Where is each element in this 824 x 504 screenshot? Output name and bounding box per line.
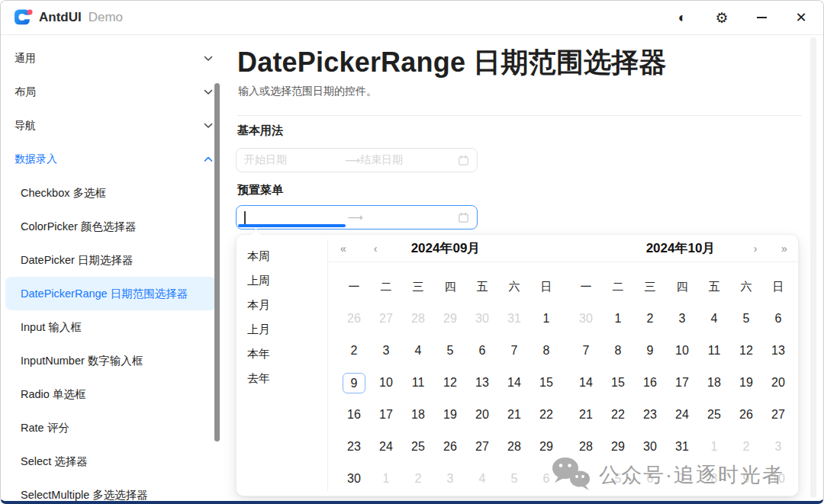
day-cell[interactable]: 7 xyxy=(570,335,602,367)
sidebar-item-6[interactable]: Radio 单选框 xyxy=(5,377,216,411)
day-cell[interactable]: 9 xyxy=(634,335,666,367)
day-cell[interactable]: 16 xyxy=(634,367,666,399)
day-cell[interactable]: 12 xyxy=(434,367,466,399)
theme-toggle-icon[interactable]: ◐ xyxy=(669,5,695,30)
preset-item-1[interactable]: 上周 xyxy=(237,268,327,293)
sidebar-group-1[interactable]: 布局 xyxy=(1,75,227,109)
day-cell[interactable]: 5 xyxy=(730,303,762,335)
day-cell[interactable]: 22 xyxy=(602,399,634,431)
day-cell[interactable]: 1 xyxy=(530,303,562,335)
day-cell[interactable]: 14 xyxy=(498,367,530,399)
day-cell[interactable]: 4 xyxy=(698,303,730,335)
sidebar-item-1[interactable]: ColorPicker 颜色选择器 xyxy=(5,210,216,243)
daterange-input-basic[interactable]: 开始日期 ⟶结束日期 xyxy=(236,148,478,172)
day-cell[interactable]: 4 xyxy=(466,463,498,495)
day-cell[interactable]: 26 xyxy=(338,303,370,335)
day-cell[interactable]: 2 xyxy=(402,463,434,495)
sidebar-item-7[interactable]: Rate 评分 xyxy=(5,411,216,445)
day-cell[interactable]: 10 xyxy=(666,335,698,367)
day-cell[interactable]: 17 xyxy=(370,399,402,431)
sidebar-item-5[interactable]: InputNumber 数字输入框 xyxy=(5,344,216,377)
day-cell[interactable]: 2 xyxy=(634,303,666,335)
day-cell[interactable]: 7 xyxy=(498,335,530,367)
day-cell[interactable]: 4 xyxy=(402,335,434,367)
preset-item-2[interactable]: 本月 xyxy=(237,293,327,317)
preset-item-3[interactable]: 上月 xyxy=(237,317,327,342)
day-cell[interactable]: 11 xyxy=(402,367,434,399)
day-cell[interactable]: 23 xyxy=(338,431,370,463)
day-cell[interactable]: 30 xyxy=(338,463,370,495)
prev-year-icon[interactable]: « xyxy=(335,235,352,262)
day-cell[interactable]: 13 xyxy=(762,335,794,367)
day-cell[interactable]: 3 xyxy=(370,335,402,367)
day-cell[interactable]: 12 xyxy=(730,335,762,367)
day-cell[interactable]: 11 xyxy=(698,335,730,367)
day-cell[interactable]: 15 xyxy=(602,367,634,399)
day-cell[interactable]: 8 xyxy=(602,335,634,367)
day-cell[interactable]: 31 xyxy=(498,303,530,335)
day-cell[interactable]: 30 xyxy=(466,303,498,335)
day-cell[interactable]: 5 xyxy=(498,463,530,495)
sidebar-item-4[interactable]: Input 输入框 xyxy=(5,310,216,344)
day-cell[interactable]: 1 xyxy=(602,303,634,335)
day-cell[interactable]: 24 xyxy=(666,399,698,431)
preset-item-0[interactable]: 本周 xyxy=(237,244,327,268)
day-cell[interactable]: 20 xyxy=(762,367,794,399)
sidebar-item-9[interactable]: SelectMultiple 多选选择器 xyxy=(5,478,216,501)
sidebar-item-2[interactable]: DatePicker 日期选择器 xyxy=(5,243,216,277)
close-button[interactable]: ✕ xyxy=(788,5,814,30)
minimize-button[interactable] xyxy=(748,5,774,30)
day-cell[interactable]: 23 xyxy=(634,399,666,431)
day-cell[interactable]: 27 xyxy=(370,303,402,335)
day-cell[interactable]: 18 xyxy=(402,399,434,431)
day-cell[interactable]: 24 xyxy=(370,431,402,463)
preset-item-4[interactable]: 本年 xyxy=(237,342,327,366)
sidebar-item-8[interactable]: Select 选择器 xyxy=(5,445,216,478)
day-cell[interactable]: 6 xyxy=(466,335,498,367)
day-cell[interactable]: 16 xyxy=(338,399,370,431)
sidebar-item-0[interactable]: Checkbox 多选框 xyxy=(5,176,216,210)
prev-month-icon[interactable]: ‹ xyxy=(367,235,384,262)
main-scrollbar[interactable] xyxy=(810,37,816,498)
day-cell[interactable]: 5 xyxy=(434,335,466,367)
settings-gear-icon[interactable]: ⚙ xyxy=(709,5,735,30)
day-cell[interactable]: 19 xyxy=(434,399,466,431)
day-cell[interactable]: 27 xyxy=(762,399,794,431)
day-cell[interactable]: 15 xyxy=(530,367,562,399)
day-cell[interactable]: 8 xyxy=(530,335,562,367)
day-cell[interactable]: 22 xyxy=(530,399,562,431)
next-month-icon[interactable]: › xyxy=(747,235,764,262)
daterange-input-preset-focused[interactable]: ⟶ xyxy=(236,205,478,230)
day-cell[interactable]: 28 xyxy=(402,303,434,335)
day-cell[interactable]: 17 xyxy=(666,367,698,399)
sidebar-item-3[interactable]: DatePickerRange 日期范围选择器 xyxy=(5,277,216,310)
day-cell[interactable]: 13 xyxy=(466,367,498,399)
sidebar-group-2[interactable]: 导航 xyxy=(1,109,227,143)
day-cell[interactable]: 21 xyxy=(570,399,602,431)
day-cell-today[interactable]: 9 xyxy=(338,367,370,399)
day-cell[interactable]: 29 xyxy=(434,303,466,335)
preset-item-5[interactable]: 去年 xyxy=(237,366,327,390)
day-cell[interactable]: 28 xyxy=(498,431,530,463)
sidebar-group-3[interactable]: 数据录入 xyxy=(1,143,227,176)
day-cell[interactable]: 20 xyxy=(466,399,498,431)
day-cell[interactable]: 2 xyxy=(338,335,370,367)
day-cell[interactable]: 21 xyxy=(498,399,530,431)
day-cell[interactable]: 3 xyxy=(666,303,698,335)
next-year-icon[interactable]: » xyxy=(776,235,793,262)
day-cell[interactable]: 25 xyxy=(698,399,730,431)
day-cell[interactable]: 14 xyxy=(570,367,602,399)
day-cell[interactable]: 19 xyxy=(730,367,762,399)
sidebar-group-0[interactable]: 通用 xyxy=(1,42,227,75)
day-cell[interactable]: 25 xyxy=(402,431,434,463)
day-cell[interactable]: 30 xyxy=(570,303,602,335)
day-cell[interactable]: 26 xyxy=(434,431,466,463)
day-cell[interactable]: 6 xyxy=(762,303,794,335)
day-cell[interactable]: 1 xyxy=(370,463,402,495)
day-cell[interactable]: 27 xyxy=(466,431,498,463)
day-cell[interactable]: 3 xyxy=(434,463,466,495)
day-cell[interactable]: 18 xyxy=(698,367,730,399)
day-cell[interactable]: 26 xyxy=(730,399,762,431)
sidebar-scrollbar[interactable] xyxy=(214,83,220,441)
day-cell[interactable]: 10 xyxy=(370,367,402,399)
